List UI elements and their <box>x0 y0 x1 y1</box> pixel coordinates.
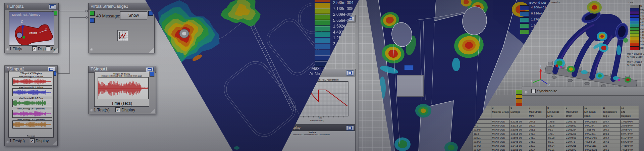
table-cell[interactable]: 2.519e-05 <box>510 128 528 132</box>
input-port-fe[interactable] <box>90 11 95 16</box>
synchronise-checkbox[interactable] <box>531 89 536 93</box>
table-cell[interactable]: 7.459e+04 <box>621 144 639 148</box>
table-cell[interactable]: 0.001228 <box>565 132 584 136</box>
table-cell[interactable]: -89.08 <box>547 136 565 140</box>
table-cell[interactable]: 656.7 <box>602 124 621 128</box>
table-cell[interactable]: 3.97e+04 <box>621 128 639 132</box>
table-cell[interactable]: 204.1 <box>528 120 547 124</box>
display-checkbox[interactable] <box>32 46 37 51</box>
table-cell[interactable]: 2.848e+04 <box>621 124 639 128</box>
table-cell[interactable]: -84.34 <box>547 144 565 148</box>
node-title[interactable]: VirtualStrainGauge1 <box>89 3 154 10</box>
table-cell[interactable]: 1.804e-05 <box>510 140 528 144</box>
table-cell[interactable]: 260.2 <box>602 128 621 132</box>
window-restore-icon[interactable] <box>346 125 354 131</box>
table-cell[interactable]: Temperature <box>602 110 621 114</box>
table-cell[interactable]: -178.7 <box>547 132 565 136</box>
display-checkbox[interactable] <box>30 138 35 143</box>
node-resize-corner[interactable] <box>52 140 57 145</box>
node-resize-corner[interactable] <box>149 48 154 53</box>
table-cell[interactable]: 233 <box>602 144 621 148</box>
table-cell[interactable]: 260.1 <box>602 148 621 151</box>
table-cell[interactable]: MANIFOLD <box>491 140 510 144</box>
table-cell[interactable]: 7 <box>528 106 547 110</box>
table-cell[interactable]: -82.97 <box>547 140 565 144</box>
table-cell[interactable]: 245.9 <box>528 140 547 144</box>
table-cell[interactable]: Max Stress <box>528 110 547 114</box>
table-cell[interactable]: strain <box>565 114 584 118</box>
table-cell[interactable]: -93.2 <box>547 128 565 132</box>
table-cell[interactable]: 21345 <box>473 128 491 132</box>
table-cell[interactable]: 1.341e-05 <box>510 144 528 148</box>
table-cell[interactable]: 0.003731 <box>565 120 584 124</box>
table-cell[interactable]: 5.543e+04 <box>621 140 639 144</box>
table-cell[interactable]: MPa <box>528 114 547 118</box>
table-cell[interactable]: 146.7 <box>528 132 547 136</box>
table-cell[interactable]: MANIFOLD <box>491 120 510 124</box>
table-cell[interactable]: 0.004266 <box>565 144 584 148</box>
table-cell[interactable]: 6 <box>510 106 528 110</box>
table-cell[interactable]: 3.511e-05 <box>510 124 528 128</box>
table-cell[interactable]: -0.0001111 <box>584 144 602 148</box>
table-cell[interactable]: Damage <box>510 110 528 114</box>
window-restore-icon[interactable] <box>49 4 56 9</box>
table-cell[interactable]: MANIFOLD <box>491 148 510 151</box>
table-cell[interactable]: Material Group <box>491 110 510 114</box>
table-cell[interactable]: 0.00471 <box>565 140 584 144</box>
table-cell[interactable]: 10 <box>584 106 602 110</box>
node-fe-input1[interactable]: FEInput1 Model: c:\...\demoV Z Gauge X 1… <box>4 3 59 53</box>
table-cell[interactable]: 7.606e+04 <box>621 148 639 151</box>
table-cell[interactable]: 9 <box>565 106 584 110</box>
table-cell[interactable]: -149.8 <box>547 120 565 124</box>
table-cell[interactable]: -90.01 <box>547 148 565 151</box>
table-cell[interactable]: -7.85e-05 <box>584 128 602 132</box>
table-cell[interactable]: Min Strain <box>584 110 602 114</box>
table-cell[interactable]: 8 <box>547 106 565 110</box>
table-cell[interactable]: -0.002371 <box>584 132 602 136</box>
table-cell[interactable]: -0.0003835 <box>584 148 602 151</box>
show-button[interactable]: Show <box>120 11 147 19</box>
node-ts-input2[interactable]: TSInput2 TSInput XY Display wheel_forces… <box>4 65 58 146</box>
table-cell[interactable]: 220.4 <box>528 148 547 151</box>
table-cell[interactable]: 21343 <box>473 140 491 144</box>
table-cell[interactable]: deg C <box>602 114 621 118</box>
table-cell[interactable]: 654.7 <box>602 120 621 124</box>
table-cell[interactable]: 261.1 <box>528 128 547 132</box>
table-cell[interactable]: 160.7 <box>528 124 547 128</box>
table-cell[interactable]: 655.5 <box>602 132 621 136</box>
table-cell[interactable]: Min Stress <box>547 110 565 114</box>
table-cell[interactable]: 1113 <box>473 132 491 136</box>
table-cell[interactable]: Repeats <box>621 114 639 118</box>
table-cell[interactable]: 0.003872 <box>565 148 584 151</box>
table-cell[interactable]: 21501 <box>473 136 491 140</box>
node-virtual-strain-gauge1[interactable]: VirtualStrainGauge1 40 Messages Show <box>88 3 155 53</box>
table-cell[interactable]: 5.047e+04 <box>621 132 639 136</box>
table-cell[interactable]: -0.002547 <box>584 124 602 128</box>
table-cell[interactable]: Life <box>621 110 639 114</box>
table-cell[interactable]: 245.2 <box>528 136 547 140</box>
display-checkbox[interactable] <box>115 107 120 112</box>
node-resize-corner[interactable] <box>53 48 58 53</box>
table-cell[interactable]: 21499 <box>473 148 491 151</box>
table-cell[interactable]: -0.0001482 <box>584 136 602 140</box>
table-cell[interactable]: 1.981e-05 <box>510 132 528 136</box>
table-cell[interactable]: MANIFOLD <box>491 144 510 148</box>
sync-checkbox[interactable] <box>46 46 50 51</box>
table-cell[interactable]: 5.233e-05 <box>510 120 528 124</box>
table-cell[interactable]: MANIFOLD <box>491 132 510 136</box>
input-port-ts[interactable] <box>90 18 95 23</box>
table-cell[interactable]: MANIFOLD <box>491 128 510 132</box>
table-cell[interactable]: 3 <box>491 106 510 110</box>
window-restore-icon[interactable] <box>146 67 154 72</box>
table-cell[interactable]: Max Strain <box>565 110 584 114</box>
table-cell[interactable]: MPa <box>547 114 565 118</box>
table-cell[interactable]: 0.005234 <box>565 128 584 132</box>
node-ts-input1[interactable]: TSInput1 TSInput XY Display measured_str… <box>88 66 156 114</box>
table-cell[interactable]: 11 <box>602 106 621 110</box>
table-cell[interactable]: 7.505e-06 <box>584 140 602 144</box>
table-cell[interactable]: 1.315e-05 <box>510 148 528 151</box>
table-cell[interactable]: 5.104e+04 <box>621 136 639 140</box>
table-cell[interactable]: 21442 <box>473 144 491 148</box>
output-port[interactable] <box>150 72 154 77</box>
table-cell[interactable]: 233.9 <box>528 144 547 148</box>
